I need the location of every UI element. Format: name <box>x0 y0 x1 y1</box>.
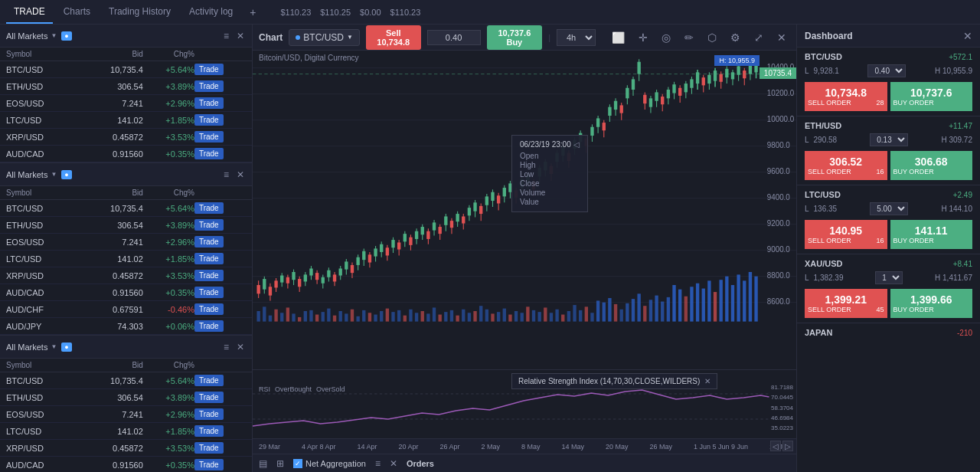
svg-rect-77 <box>590 313 593 321</box>
trade-button[interactable]: Trade <box>194 253 224 264</box>
add-tab-button[interactable]: + <box>243 3 262 21</box>
svg-rect-38 <box>362 310 365 322</box>
bottom-icon-1[interactable]: ▤ <box>259 458 267 469</box>
panel-close-icon-3[interactable]: ✕ <box>235 340 246 354</box>
tab-trade[interactable]: TRADE <box>6 0 53 24</box>
tab-charts[interactable]: Charts <box>56 0 98 24</box>
all-markets-dropdown-1[interactable]: All Markets ▼ <box>6 31 57 41</box>
trade-cell: Trade <box>194 375 246 386</box>
tooltip-label-close: Close <box>520 179 540 188</box>
svg-rect-56 <box>468 313 471 321</box>
spread-input[interactable] <box>427 30 481 45</box>
trade-button[interactable]: Trade <box>194 114 224 126</box>
sell-order-button-ethusd[interactable]: 306.52 SELL ORDER 16 <box>805 151 887 180</box>
panel-menu-icon-1[interactable]: ≡ <box>222 29 230 43</box>
svg-rect-121 <box>298 279 301 287</box>
buy-order-button-btcusd[interactable]: 10,737.6 BUY ORDER <box>890 82 973 111</box>
svg-rect-35 <box>345 313 348 321</box>
panel-menu-icon-3[interactable]: ≡ <box>222 340 230 354</box>
trade-button[interactable]: Trade <box>194 408 224 420</box>
trade-button[interactable]: Trade <box>194 236 224 247</box>
trade-cell: Trade <box>194 320 246 332</box>
svg-rect-75 <box>579 310 582 322</box>
trade-button[interactable]: Trade <box>194 303 224 315</box>
all-markets-dropdown-3[interactable]: All Markets ▼ <box>6 343 57 352</box>
svg-rect-139 <box>351 265 354 273</box>
rsi-y4: 46.6984 <box>771 415 793 421</box>
tooltip-row-low: Low <box>520 170 580 179</box>
trade-button[interactable]: Trade <box>194 320 224 332</box>
svg-text:10200.0: 10200.0 <box>767 89 795 97</box>
buy-order-button-ethusd[interactable]: 306.68 BUY ORDER <box>890 151 973 180</box>
bottom-close-icon[interactable]: ✕ <box>390 458 397 469</box>
instrument-name-xauusd: XAU/USD <box>805 259 843 268</box>
trade-button[interactable]: Trade <box>194 219 224 231</box>
trade-button[interactable]: Trade <box>194 375 224 386</box>
tooltip-row-value: Value <box>520 198 580 206</box>
qty-select-btcusd[interactable]: 0.40 <box>867 64 906 77</box>
trade-button[interactable]: Trade <box>194 131 224 143</box>
qty-select-ltcusd[interactable]: 5.00 <box>870 202 908 215</box>
qty-select-xauusd[interactable]: 1 <box>875 271 903 284</box>
svg-rect-54 <box>456 316 459 322</box>
template-icon[interactable]: ⬡ <box>704 29 720 46</box>
sell-order-button-xauusd[interactable]: 1,399.21 SELL ORDER 45 <box>805 289 887 318</box>
xaxis-next-button[interactable]: ▷ <box>782 441 793 451</box>
tab-trading-history[interactable]: Trading History <box>101 0 178 24</box>
net-aggregation-checkbox[interactable]: ✓ <box>293 459 302 468</box>
sell-button[interactable]: Sell 10,734.8 <box>366 25 421 50</box>
net-aggregation-text: Net Aggregation <box>305 459 366 468</box>
table-row: XRP/USD 0.45872 +3.53% Trade <box>0 129 252 146</box>
dashboard-close-button[interactable]: ✕ <box>963 30 972 42</box>
qty-select-ethusd[interactable]: 0.13 <box>870 133 908 146</box>
svg-rect-73 <box>567 311 570 322</box>
trade-button[interactable]: Trade <box>194 442 224 454</box>
xaxis-prev-button[interactable]: ◁ <box>770 441 781 451</box>
chart-pair-button[interactable]: BTC/USD ▼ <box>289 29 360 46</box>
crosshair-icon[interactable]: ✛ <box>635 29 652 46</box>
trade-button[interactable]: Trade <box>194 97 224 109</box>
tooltip-close-icon[interactable]: ◁ <box>573 140 580 149</box>
trade-button[interactable]: Trade <box>194 459 224 470</box>
trade-button[interactable]: Trade <box>194 270 224 281</box>
bottom-icon-2[interactable]: ⊞ <box>276 458 284 469</box>
trade-button[interactable]: Trade <box>194 287 224 298</box>
trade-button[interactable]: Trade <box>194 202 224 214</box>
svg-rect-76 <box>585 306 588 321</box>
timeframe-select[interactable]: 4h <box>557 29 596 46</box>
bid-cell: 7.241 <box>74 410 142 419</box>
buy-order-button-ltcusd[interactable]: 141.11 BUY ORDER <box>890 220 973 249</box>
buy-button[interactable]: 10,737.6 Buy <box>487 25 543 50</box>
panel-close-icon-2[interactable]: ✕ <box>235 168 246 182</box>
settings-icon[interactable]: ⚙ <box>727 29 744 46</box>
rsi-tooltip-close-icon[interactable]: ✕ <box>704 377 710 385</box>
panel-menu-icon-2[interactable]: ≡ <box>222 168 230 182</box>
trade-button[interactable]: Trade <box>194 392 224 403</box>
svg-rect-241 <box>649 98 652 107</box>
indicator-icon[interactable]: ◎ <box>658 29 675 46</box>
maximize-icon[interactable]: ⤢ <box>750 29 767 46</box>
all-markets-dropdown-2[interactable]: All Markets ▼ <box>6 170 57 179</box>
tab-activity-log[interactable]: Activity log <box>181 0 240 24</box>
sell-order-button-btcusd[interactable]: 10,734.8 SELL ORDER 28 <box>805 82 887 111</box>
candlestick-icon[interactable]: ⬜ <box>608 29 629 46</box>
panel-close-icon-1[interactable]: ✕ <box>235 29 246 43</box>
bottom-settings-icon[interactable]: ≡ <box>375 458 381 469</box>
svg-rect-153 <box>391 240 394 247</box>
rsi-tooltip: Relative Strength Index (14,70,30,CLOSE,… <box>511 373 717 389</box>
th-chg-1: Chg% <box>143 50 194 58</box>
rsi-yaxis: 81.7188 70.0445 58.3704 46.6984 35.0223 <box>771 384 793 431</box>
net-aggregation-label[interactable]: ✓ Net Aggregation <box>293 459 366 468</box>
buy-order-button-xauusd[interactable]: 1,399.66 BUY ORDER <box>890 289 973 318</box>
draw-icon[interactable]: ✏ <box>681 29 697 46</box>
svg-rect-177 <box>462 216 465 223</box>
close-chart-icon[interactable]: ✕ <box>773 29 790 46</box>
trade-button[interactable]: Trade <box>194 64 224 75</box>
orders-button[interactable]: Orders <box>407 459 434 468</box>
trade-button[interactable]: Trade <box>194 425 224 437</box>
svg-rect-265 <box>720 74 723 82</box>
trade-button[interactable]: Trade <box>194 148 224 159</box>
sell-order-button-ltcusd[interactable]: 140.95 SELL ORDER 16 <box>805 220 887 249</box>
trade-button[interactable]: Trade <box>194 80 224 92</box>
bid-cell: 0.67591 <box>74 305 142 314</box>
